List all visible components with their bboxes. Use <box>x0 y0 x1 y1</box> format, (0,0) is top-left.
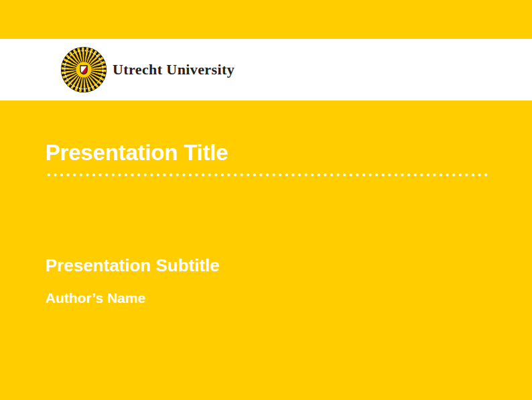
presentation-title: Presentation Title <box>46 141 228 163</box>
author-name: Author’s Name <box>46 291 145 305</box>
presentation-subtitle: Presentation Subtitle <box>46 257 220 274</box>
utrecht-university-sun-seal-icon <box>60 46 107 93</box>
title-slide: Utrecht University Presentation Title Pr… <box>0 0 532 400</box>
top-accent-band <box>0 0 532 39</box>
header-band: Utrecht University <box>0 39 532 101</box>
university-wordmark: Utrecht University <box>113 61 235 78</box>
dotted-divider <box>46 173 488 177</box>
